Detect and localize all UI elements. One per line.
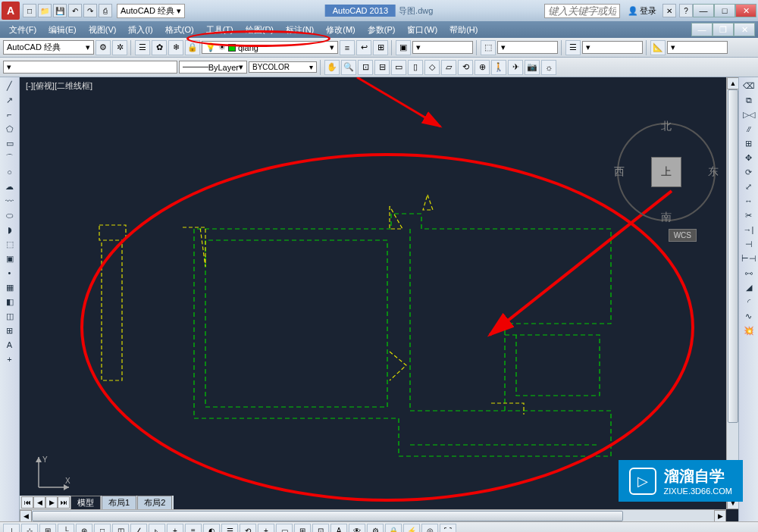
viewcube-east[interactable]: 东 — [708, 165, 719, 179]
qat-redo-icon[interactable]: ↷ — [83, 4, 97, 17]
maximize-button[interactable]: □ — [714, 4, 735, 17]
workspace-selector[interactable]: AutoCAD 经典 ▾ — [117, 4, 185, 18]
3d-object-snap-icon[interactable]: ◫ — [112, 524, 129, 533]
view-side-icon[interactable]: ▯ — [408, 60, 423, 75]
model-space-icon[interactable]: ▭ — [276, 524, 293, 533]
scrollbar-horizontal[interactable]: ◀ ▶ — [20, 509, 726, 521]
color-combo[interactable]: ▾ — [412, 41, 473, 54]
tab-layout1[interactable]: 布局1 — [102, 496, 136, 509]
clean-screen-icon[interactable]: ⛶ — [440, 524, 456, 533]
zoom-extents-icon[interactable]: 🔍 — [341, 60, 356, 75]
revision-cloud-icon[interactable]: ☁ — [2, 180, 18, 193]
join-icon[interactable]: ⧟ — [741, 266, 757, 280]
circle-icon[interactable]: ○ — [2, 165, 18, 179]
stretch-icon[interactable]: ↔ — [741, 194, 757, 208]
infer-constraints-icon[interactable]: ⊥ — [3, 524, 20, 533]
props-combo[interactable]: ▾ — [582, 41, 643, 54]
menu-draw[interactable]: 绘图(D) — [240, 23, 280, 37]
doc-restore-button[interactable]: ❐ — [713, 23, 734, 36]
app-logo[interactable]: A — [2, 2, 20, 20]
menu-dimension[interactable]: 标注(N) — [280, 23, 320, 37]
render-icon[interactable]: ☼ — [541, 60, 556, 75]
object-snap-icon[interactable]: □ — [94, 524, 111, 533]
model-viewport[interactable]: [-][俯视][二维线框] — [20, 77, 738, 521]
lineweight-combo[interactable]: BYCOLOR ▾ — [249, 61, 317, 73]
grid-display-icon[interactable]: ⊞ — [39, 524, 56, 533]
zoom-previous-icon[interactable]: ⊟ — [374, 60, 390, 75]
tab-first-icon[interactable]: ⏮ — [21, 496, 33, 509]
view-iso-icon[interactable]: ◇ — [424, 60, 440, 75]
annotation-visibility-icon[interactable]: 👁 — [349, 524, 365, 533]
transparency-icon[interactable]: ◐ — [203, 524, 220, 533]
qat-undo-icon[interactable]: ↶ — [68, 4, 82, 17]
ortho-mode-icon[interactable]: └ — [58, 524, 74, 533]
doc-close-button[interactable]: ✕ — [734, 23, 755, 36]
menu-modify[interactable]: 修改(M) — [320, 23, 362, 37]
line-icon[interactable]: ╱ — [2, 79, 18, 92]
break-icon[interactable]: ⊢⊣ — [741, 252, 757, 265]
3dorbit-icon[interactable]: ⊕ — [475, 60, 490, 75]
add-selected-icon[interactable]: + — [2, 352, 18, 366]
linetype-combo[interactable]: ByLayer ▾ — [179, 61, 247, 74]
qat-save-icon[interactable]: 💾 — [53, 4, 67, 17]
ellipse-icon[interactable]: ⬭ — [2, 208, 18, 222]
toolbar-lock-icon[interactable]: 🔒 — [385, 524, 402, 533]
snap-mode-icon[interactable]: ⊹ — [21, 524, 38, 533]
make-block-icon[interactable]: ▣ — [2, 252, 18, 265]
blend-icon[interactable]: ∿ — [741, 309, 757, 323]
view-front-icon[interactable]: ▭ — [391, 60, 406, 75]
selection-cycling-icon[interactable]: ⟲ — [240, 524, 256, 533]
zoom-window-icon[interactable]: ⊡ — [358, 60, 373, 75]
layer-freeze-icon[interactable]: ❄ — [168, 40, 183, 55]
layer-combo[interactable]: 💡 ☀ qiang ▾ — [202, 41, 338, 54]
viewcube[interactable]: 北 南 西 东 上 — [617, 123, 716, 221]
viewcube-top-face[interactable]: 上 — [651, 157, 681, 187]
tab-prev-icon[interactable]: ◀ — [33, 496, 45, 509]
qat-new-icon[interactable]: □ — [23, 4, 36, 17]
menu-parametric[interactable]: 参数(P) — [362, 23, 402, 37]
mtext-icon[interactable]: A — [2, 338, 18, 352]
rotate-icon[interactable]: ⟳ — [741, 165, 757, 179]
workspace-settings-icon[interactable]: ⚙ — [96, 40, 111, 55]
menu-help[interactable]: 帮助(H) — [443, 23, 484, 37]
scrollbar-vertical[interactable]: ▲ ▼ — [726, 77, 738, 509]
insert-block-icon[interactable]: ⬚ — [2, 237, 18, 251]
erase-icon[interactable]: ⌫ — [741, 79, 757, 92]
menu-insert[interactable]: 插入(I) — [122, 23, 158, 37]
walk-icon[interactable]: 🚶 — [491, 60, 506, 75]
layer-states-icon[interactable]: ✿ — [152, 40, 167, 55]
polyline-icon[interactable]: ⌐ — [2, 108, 18, 121]
exchange-icon[interactable]: ✕ — [662, 4, 676, 17]
workspace-combo[interactable]: AutoCAD 经典▾ — [3, 40, 94, 55]
search-input[interactable] — [544, 4, 620, 18]
viewcube-west[interactable]: 西 — [614, 165, 625, 179]
hardware-acceleration-icon[interactable]: ⚡ — [403, 524, 420, 533]
annotation-monitor-icon[interactable]: + — [258, 524, 274, 533]
close-button[interactable]: ✕ — [735, 4, 756, 17]
camera-icon[interactable]: 📷 — [525, 60, 540, 75]
scroll-right-icon[interactable]: ▶ — [714, 510, 726, 521]
menu-format[interactable]: 格式(O) — [159, 23, 200, 37]
wcs-label[interactable]: WCS — [669, 229, 697, 242]
tab-last-icon[interactable]: ⏭ — [58, 496, 70, 509]
ellipse-arc-icon[interactable]: ◗ — [2, 223, 18, 236]
point-icon[interactable]: • — [2, 266, 18, 280]
polar-tracking-icon[interactable]: ⊛ — [76, 524, 92, 533]
measure-combo[interactable]: ▾ — [667, 41, 728, 54]
object-snap-tracking-icon[interactable]: ∠ — [130, 524, 147, 533]
view-top-icon[interactable]: ▱ — [441, 60, 456, 75]
orbit-icon[interactable]: ⟲ — [458, 60, 473, 75]
layer-previous-icon[interactable]: ↩ — [356, 40, 371, 55]
rectangle-icon[interactable]: ▭ — [2, 136, 18, 150]
tab-model[interactable]: 模型 — [70, 496, 101, 509]
mirror-icon[interactable]: ▷◁ — [741, 108, 757, 121]
help-icon[interactable]: ? — [679, 4, 693, 17]
move-icon[interactable]: ✥ — [741, 151, 757, 164]
construction-line-icon[interactable]: ↗ — [2, 93, 18, 107]
login-button[interactable]: 👤 登录 — [625, 5, 659, 17]
layer-properties-icon[interactable]: ☰ — [135, 40, 150, 55]
measure-icon[interactable]: 📐 — [650, 40, 666, 55]
polygon-icon[interactable]: ⬠ — [2, 122, 18, 136]
workspace-switching-icon[interactable]: ⚙ — [367, 524, 384, 533]
layer-isolate-icon[interactable]: ⊞ — [373, 40, 388, 55]
